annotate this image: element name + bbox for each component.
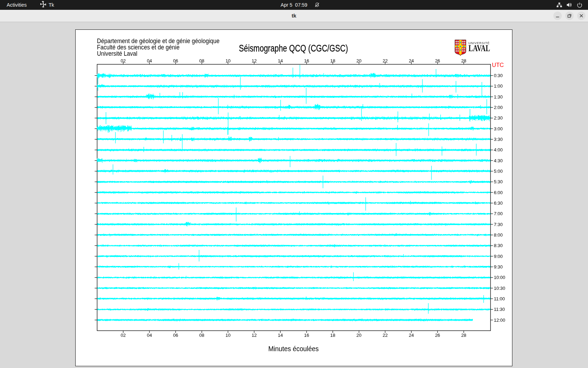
svg-text:LAVAL: LAVAL xyxy=(469,43,490,53)
